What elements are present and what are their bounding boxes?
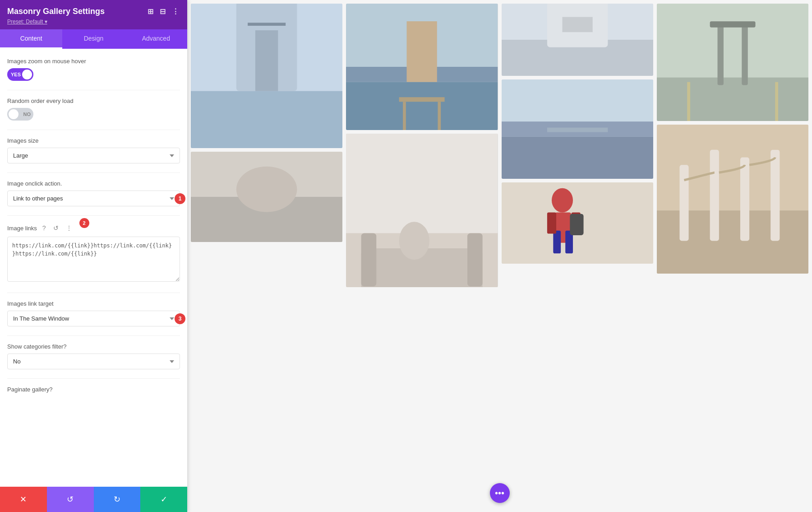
svg-rect-42: [687, 82, 690, 121]
bottom-toolbar: ✕ ↺ ↻ ✓: [0, 487, 187, 512]
links-badge: 2: [79, 218, 89, 228]
divider-5: [7, 293, 180, 293]
random-order-setting: Random order every load NO: [7, 98, 180, 121]
gallery-item: [502, 4, 653, 76]
onclick-badge: 1: [175, 193, 185, 204]
svg-point-7: [236, 167, 297, 212]
svg-rect-28: [547, 128, 608, 132]
image-links-more-btn[interactable]: ⋮: [64, 223, 74, 233]
images-size-select[interactable]: Large Thumbnail Medium Full: [7, 148, 180, 163]
svg-rect-43: [775, 82, 778, 121]
image-links-label: Image links: [7, 225, 37, 232]
save-button[interactable]: ✓: [140, 487, 187, 512]
tab-content[interactable]: Content: [0, 29, 62, 49]
svg-rect-38: [657, 78, 808, 121]
cancel-icon: ✕: [20, 494, 27, 504]
images-zoom-toggle[interactable]: YES: [7, 68, 33, 81]
divider-6: [7, 335, 180, 336]
show-categories-label: Show categories filter?: [7, 343, 180, 350]
svg-rect-14: [438, 102, 441, 130]
svg-point-30: [551, 188, 572, 213]
tab-design[interactable]: Design: [62, 29, 125, 49]
paginate-setting: Paginate gallery?: [7, 386, 180, 393]
svg-rect-3: [248, 23, 286, 26]
gallery-item: [191, 152, 342, 242]
more-icon[interactable]: ⋮: [171, 6, 180, 17]
svg-rect-32: [553, 231, 561, 253]
svg-point-20: [399, 222, 429, 260]
toggle-thumb-random: [9, 109, 18, 119]
columns-icon[interactable]: ⊟: [159, 6, 166, 17]
link-target-select[interactable]: In The Same Window In A New Window: [7, 311, 180, 326]
fab-icon: •••: [495, 488, 504, 498]
header-icons: ⊞ ⊟ ⋮: [147, 6, 180, 17]
gallery-preview: •••: [187, 0, 812, 512]
fab-button[interactable]: •••: [490, 483, 510, 503]
images-size-setting: Images size Large Thumbnail Medium Full: [7, 137, 180, 163]
link-target-label: Images link target: [7, 300, 180, 307]
svg-rect-9: [346, 82, 498, 130]
undo-button[interactable]: ↺: [47, 487, 94, 512]
save-icon: ✓: [161, 494, 167, 504]
show-categories-select-wrapper: No Yes: [7, 354, 180, 369]
panel-header: Masonry Gallery Settings ⊞ ⊟ ⋮ Preset: D…: [0, 0, 187, 29]
preset-selector[interactable]: Preset: Default ▾: [7, 19, 180, 25]
link-target-select-container: In The Same Window In A New Window 3: [7, 311, 180, 326]
divider-3: [7, 172, 180, 173]
target-badge: 3: [175, 313, 185, 324]
svg-rect-24: [562, 17, 592, 33]
cancel-button[interactable]: ✕: [0, 487, 47, 512]
redo-icon: ↻: [114, 494, 120, 504]
svg-rect-11: [407, 21, 437, 82]
random-order-toggle[interactable]: NO: [7, 108, 33, 121]
gallery-col-1: [191, 4, 342, 508]
svg-rect-50: [755, 125, 793, 150]
images-zoom-setting: Images zoom on mouse hover YES: [7, 58, 180, 81]
paginate-label: Paginate gallery?: [7, 386, 180, 393]
gallery-item: [191, 4, 342, 148]
svg-rect-36: [570, 214, 583, 235]
image-links-header: Image links ? ↺ ⋮ 2: [7, 223, 180, 233]
gallery-item: [346, 4, 498, 130]
gallery-col-3: [502, 4, 653, 508]
gallery-col-2: [346, 4, 498, 508]
image-links-help-btn[interactable]: ?: [41, 223, 48, 233]
svg-rect-13: [403, 102, 406, 130]
settings-content: Images zoom on mouse hover YES Random or…: [0, 49, 187, 487]
image-links-reset-btn[interactable]: ↺: [51, 223, 60, 233]
gallery-item: [657, 4, 808, 121]
gallery-item: [502, 79, 653, 179]
images-size-label: Images size: [7, 137, 180, 144]
images-size-select-wrapper: Large Thumbnail Medium Full: [7, 148, 180, 163]
toggle-track-zoom: YES: [7, 68, 33, 81]
svg-rect-39: [717, 24, 723, 85]
svg-rect-47: [710, 150, 719, 241]
svg-rect-46: [679, 165, 688, 241]
svg-rect-26: [502, 137, 653, 179]
svg-rect-34: [547, 212, 556, 233]
image-links-textarea[interactable]: https://link.com/{{link}}https://link.co…: [7, 237, 180, 282]
show-categories-select[interactable]: No Yes: [7, 354, 180, 369]
divider-1: [7, 90, 180, 90]
toggle-thumb-zoom: [22, 70, 32, 79]
show-categories-setting: Show categories filter? No Yes: [7, 343, 180, 369]
svg-rect-1: [191, 91, 342, 148]
tab-advanced[interactable]: Advanced: [125, 29, 187, 49]
gallery-item: [346, 134, 498, 287]
tab-bar: Content Design Advanced: [0, 29, 187, 49]
redo-button[interactable]: ↻: [94, 487, 141, 512]
resize-icon[interactable]: ⊞: [147, 6, 154, 17]
images-zoom-label: Images zoom on mouse hover: [7, 58, 180, 65]
onclick-select[interactable]: Link to other pages None Lightbox Custom…: [7, 191, 180, 206]
svg-rect-49: [770, 150, 780, 241]
svg-rect-48: [740, 158, 749, 241]
panel-title-row: Masonry Gallery Settings ⊞ ⊟ ⋮: [7, 6, 180, 17]
svg-rect-18: [361, 233, 377, 286]
toggle-text-random: NO: [23, 112, 31, 117]
onclick-label: Image onclick action.: [7, 180, 180, 187]
divider-2: [7, 130, 180, 130]
svg-rect-41: [710, 21, 755, 27]
divider-7: [7, 378, 180, 379]
svg-rect-12: [399, 97, 445, 102]
toggle-track-random: NO: [7, 108, 33, 121]
